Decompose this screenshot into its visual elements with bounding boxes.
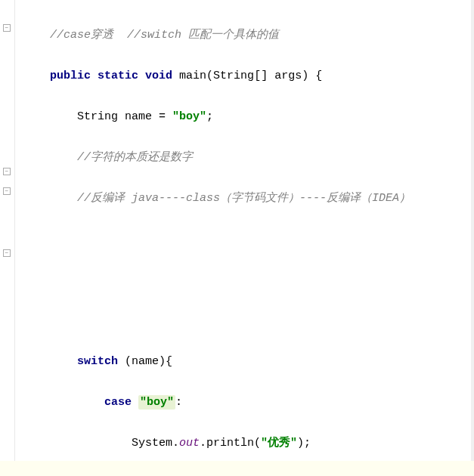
comment: //反编译 java----class（字节码文件）----反编译（IDEA） (77, 192, 410, 205)
method-signature: main(String[] args) { (179, 70, 322, 82)
keyword-case: case (104, 396, 132, 409)
fold-icon[interactable]: − (3, 187, 11, 195)
string-literal: "优秀" (261, 437, 297, 450)
fold-icon[interactable]: − (3, 24, 11, 32)
bottom-status-bar (0, 461, 474, 476)
keyword-public: public (50, 70, 91, 82)
comment: //case穿透 (50, 29, 113, 42)
editor-gutter: − − − − (0, 0, 15, 476)
code-editor: − − − − //case穿透 //switch 匹配一个具体的值 publi… (0, 0, 474, 476)
out-field: out (179, 437, 200, 450)
code-content[interactable]: //case穿透 //switch 匹配一个具体的值 public static… (15, 0, 471, 476)
system-call: System. (132, 437, 179, 450)
paren-end: ); (297, 437, 311, 450)
colon: : (175, 396, 182, 409)
comment: //字符的本质还是数字 (77, 151, 193, 164)
comment: //switch 匹配一个具体的值 (127, 29, 279, 42)
fold-icon[interactable]: − (3, 249, 11, 257)
semicolon: ; (206, 110, 213, 123)
keyword-switch: switch (77, 355, 118, 368)
println: .println( (200, 437, 261, 450)
var-decl: String name = (77, 110, 172, 123)
switch-expr: (name){ (118, 355, 172, 368)
keyword-static: static (98, 70, 138, 82)
keyword-void: void (145, 70, 172, 82)
scrollbar-track[interactable] (471, 0, 474, 476)
fold-icon[interactable]: − (3, 168, 11, 175)
string-literal-highlighted: "boy" (138, 395, 175, 410)
string-literal: "boy" (172, 110, 206, 123)
